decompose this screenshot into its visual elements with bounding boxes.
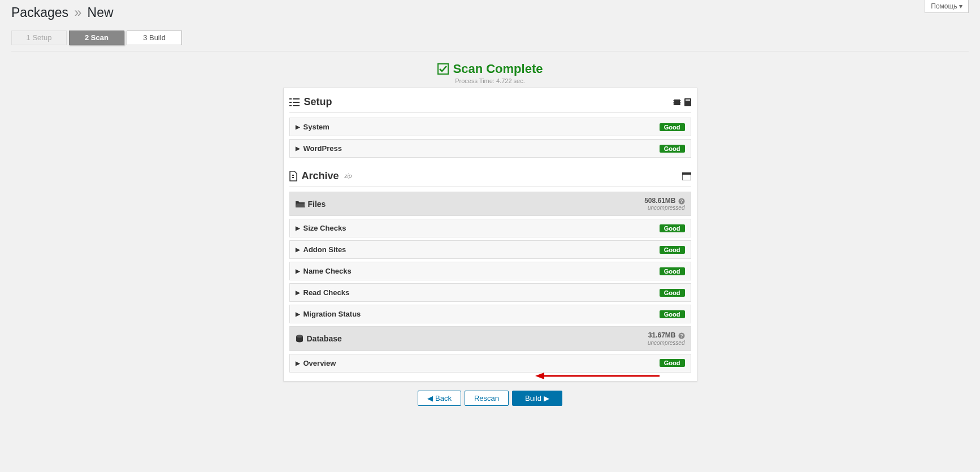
status-badge: Good xyxy=(660,267,685,275)
svg-rect-2 xyxy=(293,98,300,99)
action-bar: ◀Back Rescan Build▶ xyxy=(283,391,697,406)
archive-section-header: Archivezip xyxy=(289,168,691,187)
triangle-left-icon: ◀ xyxy=(427,394,433,402)
archive-format: zip xyxy=(345,173,352,179)
status-badge: Good xyxy=(660,145,685,153)
file-archive-icon xyxy=(289,171,297,181)
archive-database-header[interactable]: Database 31.67MB ? uncompressed xyxy=(289,326,691,350)
scan-status: Scan Complete Process Time: 4.722 sec. xyxy=(11,62,969,84)
page-title-main: Packages xyxy=(11,5,68,20)
svg-rect-15 xyxy=(686,99,690,101)
help-icon[interactable]: ? xyxy=(678,198,685,205)
row-label: Addon Sites xyxy=(303,245,346,254)
setup-section-header: Setup xyxy=(289,94,691,113)
window-icon[interactable] xyxy=(682,172,691,180)
files-row-size-checks[interactable]: ▶Size Checks Good xyxy=(289,219,691,237)
svg-rect-19 xyxy=(682,172,691,175)
files-note: uncompressed xyxy=(644,205,684,211)
step-setup[interactable]: 1 Setup xyxy=(11,31,67,45)
page-title-separator: » xyxy=(74,5,81,20)
db-small-icon[interactable] xyxy=(684,98,691,106)
caret-right-icon: ▶ xyxy=(296,289,300,296)
folder-open-icon xyxy=(296,200,305,208)
rescan-button[interactable]: Rescan xyxy=(465,391,509,406)
row-label: System xyxy=(303,123,329,131)
step-build[interactable]: 3 Build xyxy=(127,31,182,45)
svg-rect-6 xyxy=(293,105,300,106)
page-title-sub: New xyxy=(88,5,114,20)
files-size: 508.61MB xyxy=(644,197,675,205)
svg-rect-16 xyxy=(292,175,294,176)
help-tab[interactable]: Помощь ▾ xyxy=(925,0,969,13)
svg-point-23 xyxy=(296,335,303,337)
files-row-addon-sites[interactable]: ▶Addon Sites Good xyxy=(289,240,691,259)
caret-right-icon: ▶ xyxy=(296,311,300,317)
status-badge: Good xyxy=(660,224,685,232)
scan-panel: Setup ▶System Good ▶WordPress Good xyxy=(283,88,697,382)
row-label: WordPress xyxy=(303,144,342,153)
svg-rect-3 xyxy=(289,102,292,103)
row-label: Migration Status xyxy=(303,310,361,318)
svg-rect-4 xyxy=(293,102,300,103)
chip-icon[interactable] xyxy=(673,98,681,106)
caret-right-icon: ▶ xyxy=(296,145,300,151)
build-button[interactable]: Build▶ xyxy=(512,391,562,406)
database-icon xyxy=(296,335,303,343)
triangle-right-icon: ▶ xyxy=(544,394,549,402)
svg-text:?: ? xyxy=(680,198,683,204)
status-badge: Good xyxy=(660,246,685,254)
archive-files-header[interactable]: Files 508.61MB ? uncompressed xyxy=(289,192,691,216)
caret-right-icon: ▶ xyxy=(296,246,300,253)
svg-rect-7 xyxy=(674,99,680,105)
status-badge: Good xyxy=(660,123,685,131)
setup-row-system[interactable]: ▶System Good xyxy=(289,118,691,136)
database-size: 31.67MB xyxy=(648,332,676,339)
page-title: Packages » New xyxy=(11,0,969,23)
status-badge: Good xyxy=(660,310,685,318)
caret-right-icon: ▶ xyxy=(296,360,300,366)
svg-text:?: ? xyxy=(680,333,683,339)
database-label: Database xyxy=(307,334,342,343)
back-button[interactable]: ◀Back xyxy=(418,391,461,406)
scan-status-title: Scan Complete xyxy=(453,62,543,76)
check-icon xyxy=(437,63,449,75)
svg-rect-5 xyxy=(289,105,292,106)
setup-row-wordpress[interactable]: ▶WordPress Good xyxy=(289,139,691,158)
files-row-name-checks[interactable]: ▶Name Checks Good xyxy=(289,262,691,280)
caret-right-icon: ▶ xyxy=(296,268,300,274)
row-label: Name Checks xyxy=(303,267,352,275)
caret-right-icon: ▶ xyxy=(296,225,300,231)
caret-right-icon: ▶ xyxy=(296,124,300,130)
help-icon[interactable]: ? xyxy=(678,332,685,339)
svg-rect-17 xyxy=(292,177,294,178)
database-note: uncompressed xyxy=(648,340,685,346)
setup-title: Setup xyxy=(304,96,332,108)
svg-rect-1 xyxy=(289,98,292,99)
files-row-read-checks[interactable]: ▶Read Checks Good xyxy=(289,283,691,302)
scan-status-subtitle: Process Time: 4.722 sec. xyxy=(11,77,969,84)
status-badge: Good xyxy=(660,359,685,367)
row-label: Read Checks xyxy=(303,288,350,297)
row-label: Overview xyxy=(303,359,336,367)
step-scan[interactable]: 2 Scan xyxy=(69,31,124,45)
wizard-steps: 1 Setup 2 Scan 3 Build xyxy=(11,31,969,51)
back-label: Back xyxy=(435,394,452,402)
status-badge: Good xyxy=(660,289,685,297)
files-row-migration-status[interactable]: ▶Migration Status Good xyxy=(289,305,691,323)
row-label: Size Checks xyxy=(303,224,346,232)
build-label: Build xyxy=(525,394,541,402)
archive-title: Archive xyxy=(302,170,339,182)
list-icon xyxy=(289,97,300,107)
database-row-overview[interactable]: ▶Overview Good xyxy=(289,354,691,373)
files-label: Files xyxy=(308,200,326,209)
